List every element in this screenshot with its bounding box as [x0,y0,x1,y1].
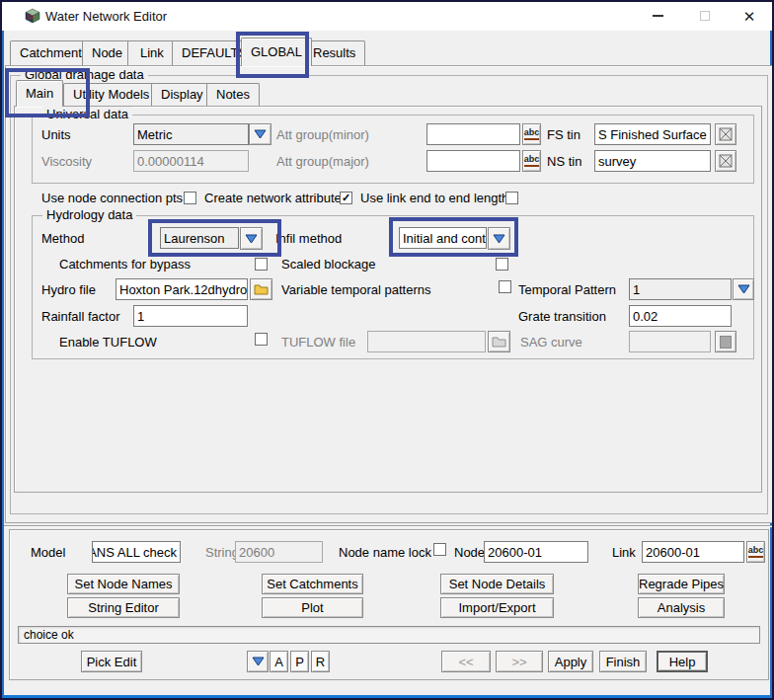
att-minor-abc-button[interactable]: abc [522,123,541,145]
att-minor-label: Att group(minor) [276,127,369,142]
window-title: Water Network Editor [45,9,167,24]
maximize-button[interactable] [689,4,721,28]
checkmark-icon: ✓ [342,193,350,203]
set-catchments-button[interactable]: Set Catchments [262,574,363,594]
minimize-button[interactable] [642,4,673,28]
apply-button[interactable]: Apply [548,651,593,672]
gray-square-icon [720,336,732,349]
folder-icon [254,283,269,295]
title-bar: 12d Water Network Editor ✕ [2,2,772,31]
ns-tin-select-button[interactable] [715,150,736,172]
close-icon: ✕ [743,9,756,24]
subtab-utility-models[interactable]: Utility Models [63,83,159,106]
rainfall-factor-field[interactable]: 1 [133,305,248,327]
use-link-end-label: Use link end to end length [360,191,508,205]
temporal-pattern-dropdown-button[interactable] [733,278,754,300]
grate-transition-field[interactable]: 0.02 [629,305,732,327]
sag-curve-field [629,331,711,352]
chevron-down-icon [737,284,750,294]
prev-button: << [441,651,491,672]
enable-tuflow-checkbox[interactable] [255,333,268,346]
tuflow-file-field [367,331,486,352]
subtab-main[interactable]: Main [16,80,63,107]
import-export-button[interactable]: Import/Export [440,597,554,618]
units-dropdown-button[interactable] [249,123,271,145]
folder-icon-disabled [492,336,506,348]
model-field[interactable]: TRANS ALL check [92,541,181,563]
pick-edit-button[interactable]: Pick Edit [81,651,142,672]
link-abc-button[interactable]: abc [746,541,765,563]
water-network-editor-window: 12d Water Network Editor ✕ Catchment Nod… [0,0,774,700]
node-name-lock-checkbox[interactable] [433,543,446,556]
sag-curve-select-button [715,331,736,352]
regrade-pipes-button[interactable]: Regrade Pipes [638,574,725,594]
next-button: >> [496,651,543,672]
att-major-field[interactable] [426,150,520,172]
universal-data-legend: Universal data [42,107,132,121]
string-editor-button[interactable]: String Editor [67,597,180,618]
link-field[interactable]: 20600-01 [642,541,744,563]
close-button[interactable]: ✕ [734,4,765,28]
infil-method-label: Infil method [275,231,342,246]
tab-global[interactable]: GLOBAL [241,38,312,66]
abc-icon: abc [524,155,540,167]
maximize-icon [700,11,710,21]
r-mode-button[interactable]: R [311,651,330,672]
chevron-down-icon [245,234,258,244]
method-combo-field[interactable]: Laurenson [160,227,239,249]
subtab-notes[interactable]: Notes [206,83,260,106]
fs-tin-select-button[interactable] [715,123,736,145]
scaled-blockage-checkbox[interactable] [496,258,508,271]
chevron-down-icon [493,234,505,244]
choice-dropdown-button[interactable] [247,651,269,672]
scaled-blockage-label: Scaled blockage [281,257,375,272]
string-label: String [205,545,239,560]
viscosity-label: Viscosity [41,154,92,169]
create-network-attributes-checkbox[interactable]: ✓ [340,192,352,204]
hydro-file-field[interactable]: Hoxton Park.12dhydro [116,278,248,300]
infil-method-combo-field[interactable]: Initial and conti [399,227,487,249]
hydro-file-browse-button[interactable] [250,278,272,300]
method-dropdown-button[interactable] [240,227,263,250]
plot-button[interactable]: Plot [262,597,363,618]
use-link-end-checkbox[interactable] [505,192,518,204]
app-cube-icon: 12d [25,8,40,24]
infil-method-dropdown-button[interactable] [488,227,510,250]
tuflow-file-label: TUFLOW file [281,335,355,350]
tuflow-file-browse-button [488,331,510,352]
analysis-button[interactable]: Analysis [638,597,725,618]
method-label: Method [41,231,84,246]
subtab-display[interactable]: Display [151,83,213,106]
help-button[interactable]: Help [657,651,708,672]
units-combo-field[interactable]: Metric [133,123,249,145]
fs-tin-field[interactable]: S Finished Surface [594,123,711,145]
catchments-bypass-checkbox[interactable] [255,258,268,271]
enable-tuflow-label: Enable TUFLOW [59,335,157,350]
tab-node[interactable]: Node [82,40,132,65]
node-field[interactable]: 20600-01 [484,541,588,563]
sag-curve-label: SAG curve [520,335,582,350]
ns-tin-label: NS tin [547,154,581,169]
tab-catchment[interactable]: Catchment [10,40,92,65]
temporal-pattern-combo-field[interactable]: 1 [629,278,732,300]
model-label: Model [31,545,65,560]
tin-icon [719,127,733,141]
ns-tin-field[interactable]: survey [594,150,711,172]
use-node-connection-checkbox[interactable] [184,192,196,204]
variable-temporal-checkbox[interactable] [499,280,511,293]
att-major-label: Att group(major) [276,154,369,169]
a-mode-button[interactable]: A [270,651,288,672]
finish-button[interactable]: Finish [599,651,647,672]
rainfall-factor-label: Rainfall factor [41,309,119,324]
tab-results[interactable]: Results [303,40,365,65]
att-minor-field[interactable] [426,123,520,145]
set-node-names-button[interactable]: Set Node Names [67,574,180,594]
use-node-connection-label: Use node connection pts [41,191,183,205]
att-major-abc-button[interactable]: abc [522,150,541,172]
set-node-details-button[interactable]: Set Node Details [440,574,554,594]
node-label: Node [454,545,485,560]
footer-panel: Model TRANS ALL check String 20600 Node … [9,529,769,680]
hydro-file-label: Hydro file [41,282,96,297]
tab-link[interactable]: Link [127,40,177,65]
p-mode-button[interactable]: P [290,651,309,672]
